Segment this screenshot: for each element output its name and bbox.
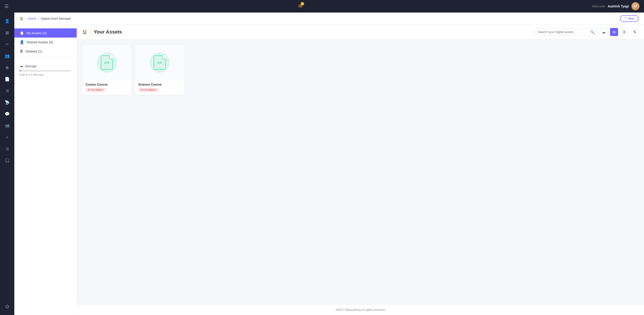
- navbar-right: Welcome Aashish Tyagi AT: [592, 2, 640, 10]
- grid-view-icon: ⊞: [613, 30, 616, 34]
- main-panel: 🏠 » Home » Digital Asset Manager ? Help …: [14, 12, 644, 315]
- footer-text: 2020 © Bytecasting All rights reserved.: [336, 308, 385, 312]
- navbar-left: ☰: [4, 4, 8, 9]
- assets-toolbar: 🔍 ☁ ⊞ ☰ ⇅: [535, 28, 639, 36]
- sidebar-icon-edit[interactable]: ✏: [2, 39, 12, 49]
- assets-header: 🏠 › Your Assets 🔍 ☁ ⊞: [77, 25, 644, 39]
- science-course-thumb: ZIP: [135, 45, 184, 80]
- sort-icon: ⇅: [633, 30, 636, 34]
- sort-button[interactable]: ⇅: [630, 28, 639, 36]
- sidebar-icon-user[interactable]: 👤: [2, 16, 12, 26]
- storage-section: ☁ Storage 0.00 of 1.5 GB used: [14, 60, 77, 78]
- deleted-label: Deleted (1): [26, 50, 42, 53]
- science-course-name: Science Course: [138, 83, 181, 86]
- breadcrumb-home[interactable]: Home: [28, 17, 36, 20]
- science-course-info: Science Course ATTACHMENT: [135, 80, 184, 95]
- shared-assets-label: Shared Assets (0): [26, 40, 53, 44]
- username-label: Aashish Tyagi: [608, 4, 629, 8]
- footer: 2020 © Bytecasting All rights reserved.: [77, 304, 644, 315]
- assets-home-icon[interactable]: 🏠: [82, 30, 87, 34]
- search-input[interactable]: [538, 30, 588, 34]
- breadcrumb-bar: 🏠 » Home » Digital Asset Manager ? Help: [14, 12, 644, 25]
- breadcrumb-sep1: »: [25, 17, 26, 20]
- home-icon: 🏠: [20, 17, 24, 20]
- breadcrumb-sep2: »: [38, 17, 39, 20]
- assets-grid: ZIP Cosmo Course ATTACHMENT Z: [82, 45, 639, 95]
- storage-bar-background: [20, 70, 71, 72]
- top-navbar: ☰ ✉ 0 Welcome Aashish Tyagi AT: [0, 0, 644, 12]
- shared-assets-nav[interactable]: 👤 Shared Assets (0): [14, 38, 77, 47]
- upload-button[interactable]: ☁: [600, 28, 608, 36]
- sidebar-icon-video[interactable]: 📹: [2, 121, 12, 130]
- cloud-icon: ☁: [20, 64, 23, 68]
- search-icon[interactable]: 🔍: [590, 30, 594, 34]
- storage-text: Storage: [25, 64, 37, 68]
- search-box: 🔍: [535, 28, 598, 36]
- avatar[interactable]: AT: [632, 2, 640, 10]
- science-course-tag: ATTACHMENT: [138, 88, 158, 92]
- mail-badge: 0: [300, 2, 304, 6]
- sidebar-icon-chat[interactable]: 💬: [2, 109, 12, 119]
- welcome-text: Welcome: [592, 4, 605, 8]
- sidebar-icon-grid[interactable]: ▦: [2, 28, 12, 38]
- assets-title-area: 🏠 › Your Assets: [82, 29, 122, 35]
- sidebar-icon-monitor[interactable]: 🖥: [2, 86, 12, 96]
- my-assets-label: My Assets (2): [26, 31, 47, 35]
- cosmo-course-name: Cosmo Course: [86, 83, 128, 86]
- science-zip-box: ZIP: [154, 56, 166, 70]
- sidebar-icon-signal[interactable]: 📡: [2, 98, 12, 107]
- breadcrumb-current: Digital Asset Manager: [41, 17, 71, 20]
- navbar-center: ✉ 0: [298, 3, 302, 9]
- list-view-button[interactable]: ☰: [620, 28, 628, 36]
- sidebar-icon-list[interactable]: ≡: [2, 132, 12, 142]
- nav-divider: [14, 58, 77, 58]
- list-view-icon: ☰: [623, 30, 626, 34]
- sidebar-icon-document[interactable]: 📄: [2, 74, 12, 84]
- assets-grid-area: ZIP Cosmo Course ATTACHMENT Z: [77, 39, 644, 304]
- sidebar-icon-table[interactable]: ⊞: [2, 144, 12, 154]
- left-nav: 📋 My Assets (2) 👤 Shared Assets (0) 🗑 De…: [14, 25, 77, 315]
- deleted-icon: 🗑: [20, 49, 23, 53]
- my-assets-icon: 📋: [20, 31, 24, 35]
- breadcrumb: 🏠 » Home » Digital Asset Manager: [20, 17, 71, 20]
- sidebar-icon-chart[interactable]: ◉: [2, 62, 12, 72]
- sidebar-icon-power[interactable]: ⏻: [2, 302, 12, 312]
- science-zip-circle: ZIP: [150, 52, 170, 73]
- grid-view-button[interactable]: ⊞: [610, 28, 618, 36]
- main-content: 🏠 › Your Assets 🔍 ☁ ⊞: [77, 25, 644, 315]
- mail-icon[interactable]: ✉ 0: [298, 3, 302, 9]
- deleted-nav[interactable]: 🗑 Deleted (1): [14, 47, 77, 56]
- help-label: Help: [628, 17, 634, 20]
- sidebar-icon-add-user[interactable]: 👥: [2, 51, 12, 61]
- sidebar-icon-headset[interactable]: 🎧: [2, 156, 12, 166]
- cosmo-course-tag: ATTACHMENT: [86, 88, 106, 92]
- storage-label: ☁ Storage: [20, 64, 71, 68]
- cosmo-zip-circle: ZIP: [97, 52, 117, 73]
- assets-title: Your Assets: [94, 29, 122, 35]
- cosmo-course-card[interactable]: ZIP Cosmo Course ATTACHMENT: [82, 45, 132, 95]
- storage-bar-fill: [20, 70, 21, 72]
- content-area: 📋 My Assets (2) 👤 Shared Assets (0) 🗑 De…: [14, 25, 644, 315]
- science-course-card[interactable]: ZIP Science Course ATTACHMENT: [135, 45, 184, 95]
- cosmo-course-thumb: ZIP: [82, 45, 132, 80]
- cosmo-zip-box: ZIP: [101, 56, 113, 70]
- app-layout: 👤 ▦ ✏ 👥 ◉ 📄 🖥 📡 💬 📹 ≡ ⊞ 🎧 ⏻ 🏠 » Home » D…: [0, 12, 644, 315]
- cosmo-course-info: Cosmo Course ATTACHMENT: [82, 80, 132, 95]
- my-assets-nav[interactable]: 📋 My Assets (2): [14, 28, 77, 38]
- hamburger-menu[interactable]: ☰: [4, 4, 8, 9]
- storage-usage-text: 0.00 of 1.5 GB used: [20, 73, 71, 76]
- shared-assets-icon: 👤: [20, 40, 24, 44]
- icon-sidebar: 👤 ▦ ✏ 👥 ◉ 📄 🖥 📡 💬 📹 ≡ ⊞ 🎧 ⏻: [0, 12, 14, 315]
- help-circle-icon: ?: [624, 17, 626, 20]
- upload-icon: ☁: [602, 30, 606, 34]
- chevron-right-icon: ›: [90, 30, 91, 34]
- help-button[interactable]: ? Help: [620, 15, 639, 22]
